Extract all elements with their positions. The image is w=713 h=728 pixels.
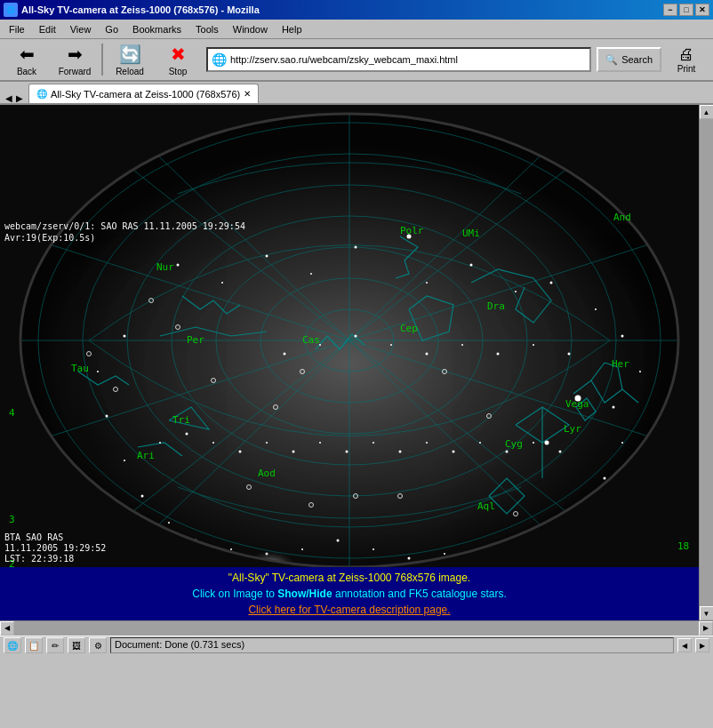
svg-point-69 xyxy=(292,451,295,453)
svg-point-38 xyxy=(577,513,579,515)
svg-text:Cep: Cep xyxy=(400,323,418,334)
menu-edit[interactable]: Edit xyxy=(32,22,63,36)
menu-go[interactable]: Go xyxy=(98,22,125,36)
menu-file[interactable]: File xyxy=(2,22,32,36)
svg-point-40 xyxy=(97,371,99,372)
bottom-btn-5[interactable]: ⚙ xyxy=(89,637,107,653)
svg-point-75 xyxy=(453,451,455,453)
svg-point-70 xyxy=(319,442,321,444)
svg-point-59 xyxy=(426,353,429,356)
bottom-scroll-left[interactable]: ◀ xyxy=(677,638,692,652)
sky-image[interactable]: Polr UMi Dra Her Vega Lyr Cyg Aql Aqr Ca… xyxy=(0,105,699,567)
back-button[interactable]: ⬅ Back xyxy=(4,41,50,78)
print-icon: 🖨 xyxy=(678,45,694,64)
svg-point-62 xyxy=(533,344,534,346)
svg-point-23 xyxy=(177,264,180,267)
svg-point-57 xyxy=(355,335,357,338)
svg-point-52 xyxy=(444,553,445,555)
menu-window[interactable]: Window xyxy=(226,22,275,36)
bottom-scroll-right[interactable]: ▶ xyxy=(695,638,709,652)
app-icon: 🌐 xyxy=(4,3,18,17)
svg-text:Dra: Dra xyxy=(487,300,505,312)
tab-bar: ◀ ▶ 🌐 All-Sky TV-camera at Zeiss-1000 (7… xyxy=(0,82,713,105)
scroll-track-vertical[interactable] xyxy=(700,119,714,606)
reload-icon: 🔄 xyxy=(119,44,141,65)
svg-point-60 xyxy=(461,344,463,346)
address-bar[interactable]: 🌐 xyxy=(206,47,591,72)
svg-point-61 xyxy=(497,353,500,356)
svg-point-76 xyxy=(479,442,481,444)
toolbar-separator-1 xyxy=(101,44,103,76)
svg-point-26 xyxy=(310,273,312,275)
scroll-track-horizontal[interactable] xyxy=(14,621,699,636)
tab-close-icon[interactable]: ✕ xyxy=(244,89,251,99)
forward-button[interactable]: ➡ Forward xyxy=(52,41,98,78)
svg-point-63 xyxy=(568,353,571,356)
tab-navigation: ◀ ▶ xyxy=(4,93,25,103)
bottom-toolbar: 🌐 📋 ✏ 🖼 ⚙ Document: Done (0.731 secs) ◀ … xyxy=(0,635,713,654)
svg-point-51 xyxy=(408,557,411,560)
scroll-left-button[interactable]: ◀ xyxy=(0,621,14,636)
svg-point-31 xyxy=(550,282,553,284)
svg-point-36 xyxy=(621,442,623,444)
minimize-button[interactable]: − xyxy=(663,4,677,16)
bottom-btn-1[interactable]: 🌐 xyxy=(4,637,21,653)
tab-allsky[interactable]: 🌐 All-Sky TV-camera at Zeiss-1000 (768x5… xyxy=(28,84,259,103)
svg-text:11.11.2005  19:29:52: 11.11.2005 19:29:52 xyxy=(4,543,106,553)
caption-link[interactable]: Click here for TV-camera description pag… xyxy=(4,602,695,618)
print-label: Print xyxy=(677,64,696,74)
maximize-button[interactable]: □ xyxy=(679,4,693,16)
menu-help[interactable]: Help xyxy=(275,22,309,36)
bottom-btn-3[interactable]: ✏ xyxy=(46,637,64,653)
caption-bar: "All-Sky" TV-camera at Zeiss-1000 768x57… xyxy=(0,567,699,620)
scroll-up-button[interactable]: ▲ xyxy=(700,105,714,119)
svg-point-24 xyxy=(221,282,223,284)
svg-text:4: 4 xyxy=(9,407,15,419)
stop-button[interactable]: ✖ Stop xyxy=(155,41,201,78)
svg-text:Cas: Cas xyxy=(302,334,320,346)
scroll-down-button[interactable]: ▼ xyxy=(700,606,714,620)
bottom-btn-2[interactable]: 📋 xyxy=(25,637,43,653)
svg-point-50 xyxy=(373,548,374,550)
tv-camera-link[interactable]: Click here for TV-camera description pag… xyxy=(248,604,450,616)
tab-prev-icon[interactable]: ◀ xyxy=(4,93,14,103)
svg-point-32 xyxy=(595,308,597,310)
svg-point-29 xyxy=(470,264,473,267)
bottom-btn-4[interactable]: 🖼 xyxy=(68,637,85,653)
svg-text:BTA SAO RAS: BTA SAO RAS xyxy=(4,532,63,542)
caption-bold: Show/Hide xyxy=(277,588,332,600)
svg-point-94 xyxy=(541,548,545,552)
document-status: Document: Done (0.731 secs) xyxy=(115,639,244,650)
main-layout: Polr UMi Dra Her Vega Lyr Cyg Aql Aqr Ca… xyxy=(0,105,713,620)
tab-next-icon[interactable]: ▶ xyxy=(14,93,25,103)
svg-text:And: And xyxy=(613,212,631,223)
print-button[interactable]: 🖨 Print xyxy=(663,41,709,78)
svg-point-74 xyxy=(426,442,428,444)
menu-tools[interactable]: Tools xyxy=(188,22,226,36)
menu-bookmarks[interactable]: Bookmarks xyxy=(125,22,188,36)
svg-point-68 xyxy=(266,442,268,444)
back-icon: ⬅ xyxy=(20,44,35,65)
svg-text:Aql: Aql xyxy=(477,500,495,512)
back-label: Back xyxy=(17,67,36,76)
svg-text:Vega: Vega xyxy=(565,398,589,410)
address-input[interactable] xyxy=(230,54,586,65)
svg-point-44 xyxy=(168,522,170,524)
search-button[interactable]: 🔍 Search xyxy=(597,47,661,72)
tab-icon: 🌐 xyxy=(36,89,47,99)
forward-label: Forward xyxy=(59,67,92,76)
scroll-right-button[interactable]: ▶ xyxy=(699,621,713,636)
menu-view[interactable]: View xyxy=(63,22,99,36)
caption-line1: "All-Sky" TV-camera at Zeiss-1000 768x57… xyxy=(4,570,695,586)
address-icon: 🌐 xyxy=(212,52,227,67)
svg-point-71 xyxy=(346,451,348,453)
svg-point-72 xyxy=(373,442,374,444)
sky-section[interactable]: Polr UMi Dra Her Vega Lyr Cyg Aql Aqr Ca… xyxy=(0,105,699,567)
reload-button[interactable]: 🔄 Reload xyxy=(107,41,153,78)
svg-point-28 xyxy=(426,282,428,284)
stop-label: Stop xyxy=(169,67,188,76)
svg-point-25 xyxy=(266,255,268,258)
close-button[interactable]: ✕ xyxy=(695,4,709,16)
svg-text:UMi: UMi xyxy=(462,228,480,239)
svg-text:Tau: Tau xyxy=(71,363,89,374)
